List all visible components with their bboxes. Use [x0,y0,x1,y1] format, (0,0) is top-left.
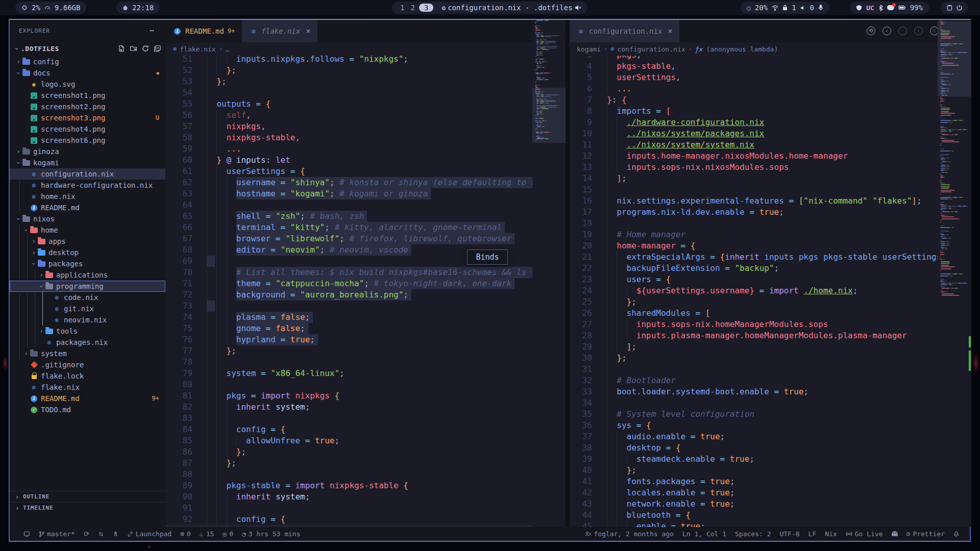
tree-item-kogami[interactable]: ›kogami [10,157,165,168]
navigate-forward-icon[interactable]: › [914,27,923,35]
status-broadcast[interactable]: Go Live [843,530,886,538]
status-branch[interactable]: master* [36,530,78,538]
status-ln-1-col-1[interactable]: Ln 1, Col 1 [680,530,729,538]
breadcrumb-item[interactable]: (anonymous lambda) [706,45,778,53]
code-text: }; [207,446,246,458]
tree-item-screenshot1.png[interactable]: ▲screenshot1.png [10,90,165,101]
status-link[interactable]: Launchpad [125,530,174,538]
tree-item-code.nix[interactable]: ❄code.nix [10,292,165,303]
breadcrumb-right[interactable]: kogami›❄configuration.nix›ƒx(anonymous l… [570,42,971,56]
status-clock[interactable]: ◔3 hrs 53 mins [239,530,303,538]
workspace-3[interactable]: 3 [419,4,433,12]
explorer-more-actions[interactable]: ⋯ [150,26,154,35]
code-editor-flake-nix[interactable]: 51 inputs.nixpkgs.follows = "nixpkgs";52… [166,56,566,527]
sidebar-section-outline[interactable]: ›OUTLINE [10,491,165,502]
history-icon[interactable]: ⟲ [867,27,875,35]
tree-item-programming[interactable]: ›programming [10,281,165,292]
tab-configuration.nix[interactable]: ❄configuration.nix× [570,20,679,42]
breadcrumb-item[interactable]: kogami [577,45,601,53]
tree-item-screenshot2.png[interactable]: ▲screenshot2.png [10,101,165,112]
code-editor-configuration-nix[interactable]: 3 pkgs,4 pkgs-stable,5 userSettings,6 ..… [570,56,971,527]
status-error[interactable]: ⊗0 [178,530,193,538]
power-icon[interactable] [957,5,962,11]
editor-group-divider[interactable] [566,20,570,527]
breadcrumb-left[interactable]: ❄flake.nix›… [166,42,566,56]
status-blame[interactable]: foglar, 2 months ago [582,530,676,538]
status-sync[interactable]: ⟳ [81,530,92,538]
tree-item-TODO.md[interactable]: ✓TODO.md [10,404,165,415]
status-warning[interactable]: ⚠15 [197,530,216,538]
tree-item-screenshot3.png[interactable]: ▲screenshot3.pngU [10,112,165,123]
minimap-left[interactable] [532,20,566,527]
tree-item-screenshot6.png[interactable]: ▲screenshot6.png [10,135,165,146]
breadcrumb-item[interactable]: flake.nix [180,45,215,53]
tree-item-config[interactable]: ›config [10,56,165,67]
keyboard-layout-icon[interactable]: UC [866,4,874,12]
minimap-slider[interactable] [938,21,971,96]
minimap-right[interactable] [938,20,971,527]
tab-close-icon[interactable]: × [668,27,672,36]
tree-item-flake.lock[interactable]: flake.lock [10,370,165,382]
status-prettier[interactable]: ⊘Prettier [904,530,947,538]
workspaces[interactable]: 123 [398,4,433,12]
tree-item-git.nix[interactable]: ❄git.nix [10,303,165,314]
new-folder-icon[interactable] [130,45,137,52]
line-number: 72 [166,289,192,300]
tree-item-applications[interactable]: ›applications [10,269,165,281]
tree-item-system[interactable]: ›system [10,348,165,359]
tree-item-screenshot4.png[interactable]: ▲screenshot4.png [10,123,165,135]
tree-item-home[interactable]: ›home [10,224,165,236]
status-octopus[interactable] [889,530,900,538]
status-remote[interactable] [21,531,33,537]
tree-item-hardware-configuration.nix[interactable]: ❄hardware-configuration.nix [10,180,165,191]
muted-speaker-icon[interactable] [575,5,581,11]
tree-item-README.md[interactable]: iREADME.md9+ [10,393,165,404]
tree-item-home.nix[interactable]: ❄home.nix [10,191,165,202]
svg-icon: ✱ [30,80,38,88]
vpn-shield-icon[interactable] [856,5,862,11]
notification-tray-icon[interactable] [887,5,894,10]
workspace-root-row[interactable]: › .DOTFILES [10,42,165,55]
tree-item-apps[interactable]: ›apps [10,236,165,247]
status-bell[interactable] [951,531,962,537]
status-ports[interactable]: ◎0 [220,530,236,538]
tree-item-configuration.nix[interactable]: ❄configuration.nix [10,168,165,180]
tree-item-ginoza[interactable]: ›ginoza [10,146,165,157]
status-lf[interactable]: LF [806,530,819,538]
tree-item-README.md[interactable]: iREADME.md [10,202,165,213]
workspace-2[interactable]: 2 [408,4,416,12]
status-utf-8[interactable]: UTF-8 [777,530,802,538]
microphone-icon[interactable] [818,5,823,11]
new-file-icon[interactable] [118,45,125,52]
minimap-slider[interactable] [532,88,566,143]
status-nix[interactable]: Nix [822,530,839,538]
status-spaces-2[interactable]: Spaces: 2 [732,530,773,538]
collapse-folders-icon[interactable] [154,45,161,52]
speaker-icon[interactable] [800,5,806,11]
tab-flake.nix[interactable]: ❄flake.nix× [242,20,317,42]
breadcrumb-item[interactable]: configuration.nix [617,45,685,53]
tree-item-packages.nix[interactable]: ❄packages.nix [10,337,165,348]
tree-item-docs[interactable]: ›docs● [10,67,165,79]
breadcrumb-item[interactable]: … [226,45,230,53]
tab-close-icon[interactable]: × [306,27,310,36]
navigate-back-icon[interactable]: ‹ [883,27,891,35]
tree-item-.gitignore[interactable]: .gitignore [10,359,165,370]
status-rocket[interactable] [110,531,121,537]
sidebar-section-timeline[interactable]: ›TIMELINE [10,502,165,513]
status-compare[interactable] [95,531,107,537]
tree-item-packages[interactable]: ›packages [10,258,165,269]
nav-dot-icon[interactable] [898,27,907,35]
bluetooth-icon[interactable] [878,5,883,11]
tree-item-desktop[interactable]: ›desktop [10,247,165,258]
tree-item-neovim.nix[interactable]: ❄neovim.nix [10,314,165,325]
wifi-icon[interactable] [772,5,778,11]
tree-item-nixos[interactable]: ›nixos [10,213,165,224]
tab-README.md[interactable]: iREADME.md9+ [166,20,242,42]
refresh-icon[interactable] [142,45,149,52]
tree-item-logo.svg[interactable]: ✱logo.svg [10,79,165,90]
clipboard-icon[interactable] [947,5,952,11]
tree-item-flake.nix[interactable]: ❄flake.nix [10,382,165,393]
tree-item-tools[interactable]: ›tools [10,325,165,337]
workspace-1[interactable]: 1 [398,4,406,12]
